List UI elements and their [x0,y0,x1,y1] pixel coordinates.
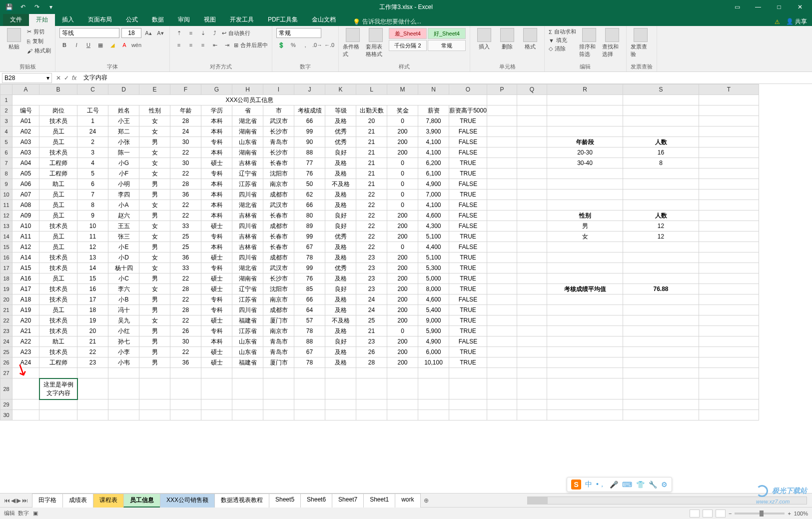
cell[interactable]: 4,100 [418,148,449,158]
row-header[interactable]: 6 [0,148,12,158]
cell[interactable] [547,378,623,400]
cell[interactable]: A04 [12,158,39,168]
cell[interactable] [232,378,263,400]
cell[interactable] [547,126,623,137]
cell[interactable] [699,179,759,190]
cell[interactable]: 男 [139,358,170,368]
merge-center-button[interactable]: ⊞ 合并后居中 [234,42,268,49]
cell[interactable]: 7 [77,190,108,200]
tab-file[interactable]: 文件 [3,14,29,26]
style-good[interactable]: 好_Sheet4 [428,28,466,39]
cell[interactable]: A20 [12,316,39,326]
cell[interactable]: 女 [139,252,170,263]
cell[interactable]: 22 [170,210,201,221]
col-header[interactable]: D [108,84,139,95]
cell[interactable]: 16 [77,284,108,294]
cell[interactable]: FALSE [449,148,487,158]
cell[interactable]: 77 [294,158,325,168]
cell[interactable]: 7,800 [418,116,449,126]
cell[interactable]: 及格 [325,252,356,263]
cell[interactable] [517,368,547,378]
invoice-check-button[interactable]: 发票查验 [631,28,651,58]
cell[interactable]: A16 [12,274,39,284]
cell[interactable]: 及格 [325,326,356,336]
row-header[interactable]: 9 [0,179,12,190]
cell[interactable] [487,252,517,263]
cell[interactable] [699,95,759,106]
cell[interactable]: 200 [387,148,418,158]
cell[interactable]: TRUE [449,116,487,126]
cell[interactable]: 23 [77,358,108,368]
cell[interactable] [517,358,547,368]
cell[interactable]: 200 [387,294,418,305]
row-header[interactable]: 29 [0,400,12,410]
decrease-decimal-icon[interactable]: ←.0 [324,40,334,50]
cell[interactable] [699,242,759,252]
cell[interactable]: 76.88 [623,284,699,294]
cell[interactable]: 78 [294,326,325,336]
cell[interactable]: 36 [170,358,201,368]
cell[interactable]: 25 [170,242,201,252]
cell[interactable]: 本科 [201,336,232,347]
cell[interactable]: 成都市 [263,305,294,316]
cell[interactable] [487,106,517,116]
cell[interactable]: 沈阳市 [263,168,294,179]
cell[interactable]: 优秀 [325,137,356,148]
cell[interactable]: 本科 [201,126,232,137]
cell[interactable] [517,158,547,168]
cell[interactable]: 专科 [201,232,232,242]
cell[interactable] [517,326,547,336]
macro-record-icon[interactable]: ▣ [33,510,38,516]
cell[interactable]: 80 [294,210,325,221]
cell[interactable]: 等级 [325,106,356,116]
cell[interactable]: 男 [139,326,170,336]
cell[interactable] [487,221,517,232]
cell[interactable] [517,400,547,410]
cell[interactable]: 25 [356,316,387,326]
cell[interactable] [699,347,759,358]
autosum-button[interactable]: Σ 自动求和 [549,28,576,36]
row-header[interactable]: 16 [0,252,12,263]
cell[interactable]: 200 [387,284,418,294]
align-bottom-icon[interactable]: ⇣ [198,28,208,38]
cell[interactable]: TRUE [449,347,487,358]
cell[interactable] [487,294,517,305]
cell[interactable]: 成都市 [263,190,294,200]
cell[interactable]: 200 [387,274,418,284]
cell[interactable] [547,400,623,410]
cell[interactable] [12,410,39,420]
cell[interactable] [517,106,547,116]
cell[interactable] [547,347,623,358]
cell[interactable] [517,336,547,347]
row-header[interactable]: 1 [0,95,12,106]
cell[interactable] [547,410,623,420]
number-format-select[interactable] [276,28,321,38]
cell[interactable]: 女 [139,116,170,126]
cell[interactable]: 技术员 [39,284,77,294]
maximize-icon[interactable]: □ [769,2,789,12]
cell[interactable]: 12 [623,232,699,242]
cell[interactable]: TRUE [449,316,487,326]
cell[interactable]: 8 [623,158,699,168]
cell[interactable]: 小明 [108,179,139,190]
cell[interactable]: 及格 [325,358,356,368]
cell[interactable]: 山东省 [232,347,263,358]
cell[interactable]: 员工 [39,137,77,148]
sheet-tab[interactable]: 成绩表 [62,494,93,508]
cell[interactable]: 青岛市 [263,347,294,358]
cell[interactable] [418,410,449,420]
cancel-formula-icon[interactable]: ✕ [56,74,61,82]
cell[interactable]: 4,100 [418,137,449,148]
cell[interactable] [139,400,170,410]
cell[interactable]: 员工 [39,190,77,200]
cell[interactable]: TRUE [449,190,487,200]
cell[interactable] [699,263,759,274]
cell[interactable]: 良好 [325,210,356,221]
cell[interactable]: 女 [139,232,170,242]
cell[interactable]: 员工 [39,232,77,242]
cell[interactable]: 21 [356,168,387,179]
cell[interactable]: 青岛市 [263,336,294,347]
cell[interactable] [699,316,759,326]
cell[interactable]: 员工 [39,274,77,284]
cell[interactable]: 吉林省 [232,210,263,221]
